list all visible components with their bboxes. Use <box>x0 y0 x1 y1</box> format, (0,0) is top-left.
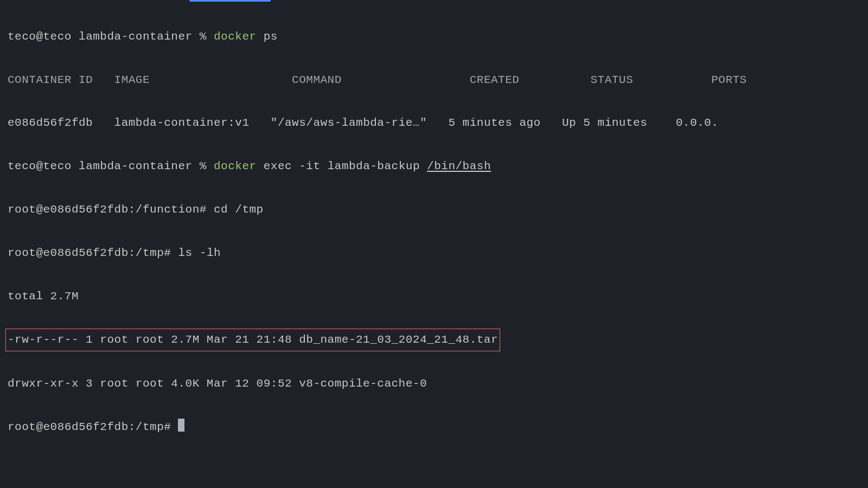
ps-data-row: e086d56f2fdb lambda-container:v1 "/aws/a… <box>8 112 860 134</box>
root-prompt: root@e086d56f2fdb:/tmp# <box>8 247 171 259</box>
total-line: total 2.7M <box>8 286 860 307</box>
tab-accent-bar <box>189 0 271 2</box>
terminal-output[interactable]: teco@teco lambda-container % docker ps C… <box>8 4 860 460</box>
file-row: drwxr-xr-x 3 root root 4.0K Mar 12 09:52… <box>8 373 860 395</box>
prompt-user-host: teco@teco <box>8 160 72 172</box>
prompt-line-2: teco@teco lambda-container % docker exec… <box>8 156 860 177</box>
val-created: 5 minutes ago <box>448 117 540 129</box>
col-image: IMAGE <box>114 74 150 86</box>
ps-header-row: CONTAINER ID IMAGE COMMAND CREATED STATU… <box>8 69 860 91</box>
val-image: lambda-container:v1 <box>114 117 250 129</box>
cmd-cd: cd /tmp <box>214 203 264 216</box>
cursor-icon <box>178 419 184 432</box>
prompt-user-host: teco@teco <box>8 30 72 43</box>
col-created: CREATED <box>470 74 520 86</box>
command-docker: docker <box>214 30 257 43</box>
col-command: COMMAND <box>292 74 342 86</box>
val-ports: 0.0.0. <box>676 117 719 129</box>
prompt-dir: lambda-container <box>79 30 193 43</box>
line-cd: root@e086d56f2fdb:/function# cd /tmp <box>8 199 860 221</box>
root-prompt: root@e086d56f2fdb:/tmp# <box>8 421 178 433</box>
prompt-dir: lambda-container <box>79 160 193 172</box>
prompt-symbol: % <box>200 160 207 172</box>
val-command: "/aws/aws-lambda-rie…" <box>271 117 427 129</box>
command-args-pre: exec -it lambda-backup <box>264 160 427 172</box>
prompt-line-1: teco@teco lambda-container % docker ps <box>8 26 860 48</box>
highlight-annotation: -rw-r--r-- 1 root root 2.7M Mar 21 21:48… <box>5 329 500 351</box>
command-args-path: /bin/bash <box>427 160 491 172</box>
val-status: Up 5 minutes <box>562 117 647 129</box>
col-container-id: CONTAINER ID <box>8 74 93 86</box>
line-ls: root@e086d56f2fdb:/tmp# ls -lh <box>8 242 860 264</box>
col-status: STATUS <box>590 74 633 86</box>
command-args: ps <box>264 30 278 43</box>
root-prompt: root@e086d56f2fdb:/function# <box>8 203 207 216</box>
cmd-ls: ls -lh <box>178 247 221 259</box>
val-container-id: e086d56f2fdb <box>8 117 93 129</box>
prompt-symbol: % <box>200 30 207 43</box>
prompt-line-3[interactable]: root@e086d56f2fdb:/tmp# <box>8 416 860 438</box>
command-docker: docker <box>214 160 257 172</box>
file-row-highlighted: -rw-r--r-- 1 root root 2.7M Mar 21 21:48… <box>8 329 860 351</box>
col-ports: PORTS <box>711 74 747 86</box>
